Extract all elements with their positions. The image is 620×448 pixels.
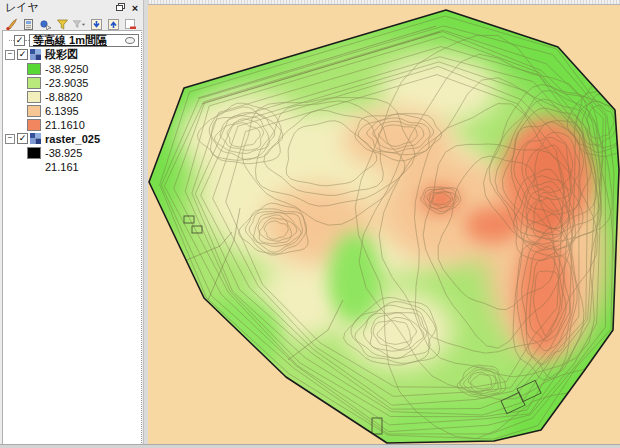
layer-tree: ✓等高線 1m間隔−✓段彩図-38.9250-23.9035-8.88206.1… bbox=[2, 30, 142, 445]
legend-color-swatch bbox=[27, 147, 41, 159]
paintbrush-icon bbox=[5, 18, 18, 31]
legend-item-row[interactable]: -23.9035 bbox=[3, 76, 141, 89]
layer-name: 段彩図 bbox=[45, 47, 78, 62]
legend-item-row[interactable]: -8.8820 bbox=[3, 90, 141, 103]
layer-checkbox[interactable]: ✓ bbox=[14, 35, 25, 46]
map-themes-icon bbox=[22, 18, 35, 31]
raster-icon bbox=[30, 49, 41, 60]
legend-item-row[interactable]: 21.1610 bbox=[3, 118, 141, 131]
raster-icon bbox=[30, 49, 41, 60]
tree-indent bbox=[3, 110, 27, 111]
layer-name: raster_025 bbox=[45, 133, 100, 145]
layers-panel-titlebar: レイヤ × bbox=[0, 0, 143, 14]
layer-name-contour: 等高線 1m間隔 bbox=[33, 35, 107, 46]
filter-expression-button[interactable] bbox=[72, 18, 86, 31]
tree-indent bbox=[3, 166, 27, 167]
remove-layer-button[interactable] bbox=[123, 18, 137, 31]
filter-icon bbox=[56, 18, 69, 31]
collapse-all-icon bbox=[107, 18, 120, 31]
legend-value: 21.161 bbox=[45, 161, 79, 173]
legend-color-swatch bbox=[27, 63, 41, 75]
layer-checkbox[interactable]: ✓ bbox=[17, 133, 28, 144]
expand-all-icon bbox=[90, 18, 103, 31]
layer-row-raster025[interactable]: −✓raster_025 bbox=[3, 132, 141, 145]
filter-map-content-button[interactable] bbox=[38, 18, 52, 31]
layer-styling-button[interactable] bbox=[4, 18, 18, 31]
legend-color-swatch bbox=[27, 161, 41, 173]
float-panel-button[interactable] bbox=[116, 3, 126, 12]
raster-icon bbox=[30, 133, 41, 144]
legend-item-row[interactable]: -38.925 bbox=[3, 146, 141, 159]
legend-color-swatch bbox=[27, 119, 41, 131]
filter-legend-button[interactable] bbox=[55, 18, 69, 31]
layer-row-hypsometric[interactable]: −✓段彩図 bbox=[3, 48, 141, 61]
legend-color-swatch bbox=[27, 91, 41, 103]
legend-color-swatch bbox=[27, 105, 41, 117]
manage-themes-button[interactable] bbox=[21, 18, 35, 31]
legend-value: -38.925 bbox=[45, 147, 82, 159]
tree-indent bbox=[3, 96, 27, 97]
filter-map-content-icon bbox=[39, 18, 52, 31]
legend-color-swatch bbox=[27, 77, 41, 89]
legend-value: -38.9250 bbox=[45, 63, 88, 75]
layer-row-contour[interactable]: ✓等高線 1m間隔 bbox=[3, 34, 141, 47]
remove-layer-icon bbox=[124, 18, 137, 31]
float-window-icon bbox=[116, 3, 126, 12]
layer-checkbox[interactable]: ✓ bbox=[17, 49, 28, 60]
panel-title: レイヤ bbox=[5, 0, 39, 15]
legend-value: -8.8820 bbox=[45, 91, 82, 103]
filter-expression-icon bbox=[72, 18, 86, 31]
line-symbol-ellipse bbox=[125, 37, 135, 44]
collapse-expander[interactable]: − bbox=[5, 50, 15, 60]
tree-indent bbox=[3, 68, 27, 69]
collapse-all-button[interactable] bbox=[106, 18, 120, 31]
tree-indent bbox=[3, 124, 27, 125]
raster-icon bbox=[30, 133, 41, 144]
legend-item-row[interactable]: -38.9250 bbox=[3, 62, 141, 75]
close-panel-button[interactable]: × bbox=[130, 3, 140, 13]
expand-all-button[interactable] bbox=[89, 18, 103, 31]
qgis-window: レイヤ × ✓等高線 1m間隔−✓段彩図-38.9250-23.9035-8.8… bbox=[0, 0, 620, 448]
layers-panel: レイヤ × ✓等高線 1m間隔−✓段彩図-38.9250-23.9035-8.8… bbox=[0, 0, 143, 445]
legend-value: 6.1395 bbox=[45, 105, 79, 117]
tree-indent bbox=[3, 152, 27, 153]
legend-item-row[interactable]: 6.1395 bbox=[3, 104, 141, 117]
legend-item-row[interactable]: 21.161 bbox=[3, 160, 141, 173]
legend-value: 21.1610 bbox=[45, 119, 85, 131]
window-bottom-edge bbox=[0, 444, 620, 448]
collapse-expander[interactable]: − bbox=[5, 134, 15, 144]
layer-name-box[interactable]: 等高線 1m間隔 bbox=[29, 34, 139, 47]
terrain-map-svg bbox=[148, 5, 620, 446]
tree-indent bbox=[3, 82, 27, 83]
legend-value: -23.9035 bbox=[45, 77, 88, 89]
map-canvas[interactable] bbox=[148, 0, 620, 446]
